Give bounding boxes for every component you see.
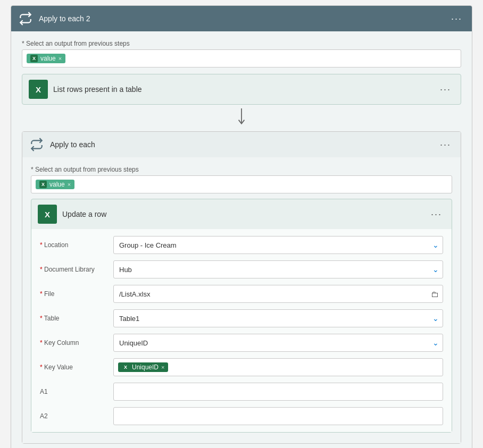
file-input[interactable] <box>113 285 443 303</box>
key-value-excel-icon: X <box>122 364 129 371</box>
field-row-file: * File 🗀 <box>40 284 443 303</box>
outer-apply-to-each-2: Apply to each 2 ··· * Select an output f… <box>11 5 472 448</box>
key-value-token-input: X UniqueID × <box>113 358 443 376</box>
update-row-card: X Update a row ··· * Location <box>31 199 452 433</box>
outer-block-title: Apply to each 2 <box>39 14 90 23</box>
update-row-title: Update a row <box>62 210 428 218</box>
field-input-key-column[interactable]: ⌄ <box>113 334 443 352</box>
inner-select-label: * Select an output from previous steps <box>31 166 452 173</box>
inner-header-left: Apply to each <box>29 137 95 153</box>
outer-value-token: X value × <box>27 54 65 63</box>
loop-svg-inner <box>30 138 44 151</box>
doc-library-select-wrapper[interactable]: ⌄ <box>113 260 443 278</box>
field-label-key-column: * Key Column <box>40 339 109 346</box>
field-input-a2[interactable] <box>113 407 443 425</box>
outer-token-text: value <box>40 55 56 62</box>
key-column-select[interactable] <box>113 334 443 352</box>
arrow-svg <box>235 108 248 128</box>
key-value-token-badge: X UniqueID × <box>118 362 168 372</box>
outer-token-excel-icon: X <box>30 55 38 62</box>
list-rows-excel-icon: X <box>29 80 48 99</box>
update-row-more-button[interactable]: ··· <box>428 208 445 221</box>
list-rows-title: List rows present in a table <box>53 85 437 94</box>
field-label-file: * File <box>40 290 109 298</box>
inner-value-token: X value × <box>36 180 74 189</box>
field-input-key-value[interactable]: X UniqueID × <box>113 358 443 376</box>
loop-icon-outer <box>18 11 34 27</box>
field-label-key-value: * Key Value <box>40 364 109 371</box>
inner-apply-to-each: Apply to each ··· * Select an output fro… <box>22 131 461 444</box>
field-row-key-value: * Key Value X UniqueID × <box>40 358 443 377</box>
loop-icon-inner <box>29 137 45 153</box>
inner-more-button[interactable]: ··· <box>437 138 454 151</box>
table-select-wrapper[interactable]: ⌄ <box>113 309 443 327</box>
field-input-file[interactable]: 🗀 <box>113 285 443 303</box>
field-row-key-column: * Key Column ⌄ <box>40 333 443 352</box>
field-label-location: * Location <box>40 241 109 249</box>
field-input-table[interactable]: ⌄ <box>113 309 443 327</box>
list-rows-card: X List rows present in a table ··· <box>22 74 461 105</box>
outer-header: Apply to each 2 ··· <box>11 6 472 31</box>
file-input-wrapper[interactable]: 🗀 <box>113 285 443 303</box>
inner-header: Apply to each ··· <box>22 132 461 157</box>
inner-block-title: Apply to each <box>50 140 95 149</box>
update-row-excel-icon: X <box>38 205 57 224</box>
field-input-document-library[interactable]: ⌄ <box>113 260 443 278</box>
list-rows-more-button[interactable]: ··· <box>437 83 454 96</box>
doc-library-select[interactable] <box>113 260 443 278</box>
field-label-a1: A1 <box>40 388 109 395</box>
inner-token-close[interactable]: × <box>68 181 71 188</box>
key-value-token-text: UniqueID <box>132 364 159 371</box>
inner-token-text: value <box>49 181 65 188</box>
outer-token-close[interactable]: × <box>59 55 62 62</box>
field-row-location: * Location ⌄ <box>40 235 443 255</box>
field-label-document-library: * Document Library <box>40 266 109 273</box>
inner-block-content: * Select an output from previous steps X… <box>22 157 461 443</box>
field-input-a1[interactable] <box>113 383 443 401</box>
field-label-table: * Table <box>40 315 109 322</box>
outer-token-input: X value × <box>22 49 461 67</box>
a1-input[interactable] <box>113 383 443 401</box>
field-row-a1: A1 <box>40 382 443 401</box>
file-browse-icon[interactable]: 🗀 <box>431 290 439 299</box>
key-column-select-wrapper[interactable]: ⌄ <box>113 334 443 352</box>
update-row-header: X Update a row ··· <box>31 199 452 229</box>
inner-token-excel-icon: X <box>39 181 47 188</box>
a2-input[interactable] <box>113 407 443 425</box>
loop-svg-outer <box>19 12 32 26</box>
key-value-token-close[interactable]: × <box>161 364 164 370</box>
field-row-a2: A2 <box>40 407 443 426</box>
inner-token-input: X value × <box>31 175 452 193</box>
field-row-document-library: * Document Library ⌄ <box>40 260 443 279</box>
field-row-table: * Table ⌄ <box>40 309 443 328</box>
outer-select-label: * Select an output from previous steps <box>22 40 461 47</box>
update-row-form: * Location ⌄ <box>31 229 452 432</box>
location-select[interactable] <box>113 236 443 254</box>
location-select-wrapper[interactable]: ⌄ <box>113 236 443 254</box>
field-label-a2: A2 <box>40 412 109 420</box>
header-left: Apply to each 2 <box>18 11 90 27</box>
outer-more-button[interactable]: ··· <box>448 12 465 26</box>
arrow-down-connector <box>22 105 461 131</box>
list-rows-header: X List rows present in a table ··· <box>22 74 461 104</box>
table-select[interactable] <box>113 309 443 327</box>
outer-block-content: * Select an output from previous steps X… <box>11 31 472 448</box>
field-input-location[interactable]: ⌄ <box>113 236 443 254</box>
